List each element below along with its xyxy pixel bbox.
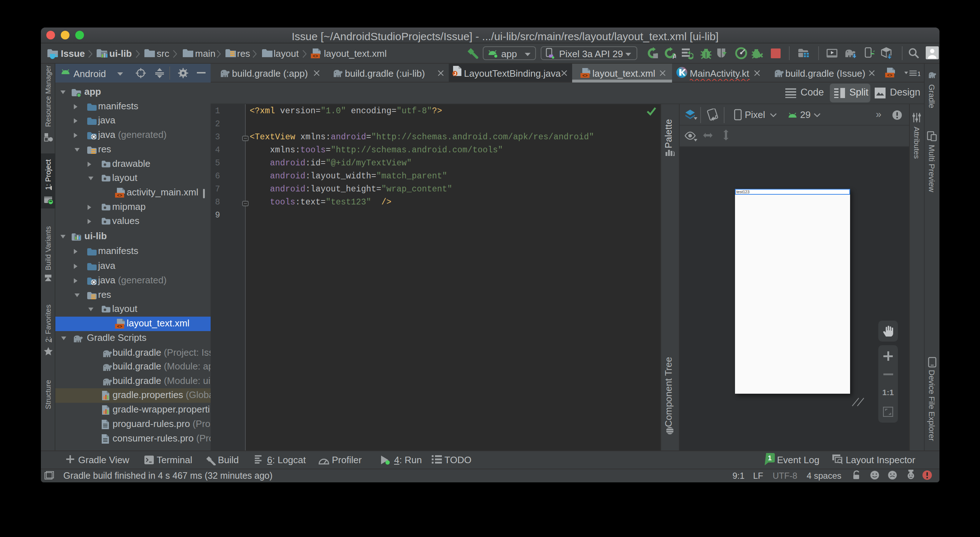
- svg-text:1: 1: [917, 71, 920, 76]
- svg-text:A: A: [672, 53, 676, 59]
- svg-text:<>: <>: [313, 54, 318, 59]
- svg-text:<>: <>: [887, 73, 892, 78]
- svg-text:<>: <>: [117, 193, 122, 198]
- svg-text:<>: <>: [582, 73, 587, 78]
- svg-text:J: J: [453, 71, 456, 76]
- svg-text:1: 1: [768, 454, 772, 462]
- svg-text:<>: <>: [117, 324, 122, 329]
